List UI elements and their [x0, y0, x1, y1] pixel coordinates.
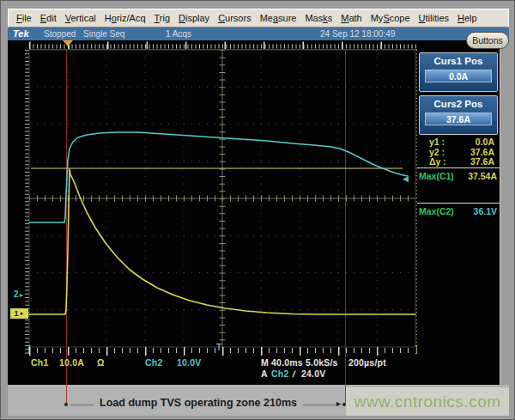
- cursor-readout-row: Δy :37.6A: [422, 156, 494, 166]
- menu-item-file[interactable]: File: [12, 13, 36, 23]
- max-c1-label: Max(C1): [419, 171, 454, 181]
- ruler-left-bracket: [: [27, 344, 32, 354]
- ch2-scale-readout: 10.0V: [177, 357, 201, 368]
- timebase-readout: M 40.0ms 5.0kS/s: [261, 357, 338, 368]
- trigger-position-marker[interactable]: [63, 40, 73, 46]
- right-control-panel: Curs1 Pos 0.0A Curs2 Pos 37.6A y1 :0.0Ay…: [417, 40, 500, 385]
- measurement-max-c1: Max(C1) 37.54A: [419, 171, 498, 181]
- separator: [417, 203, 500, 204]
- datetime-display: 24 Sep 12 18:00:49: [320, 29, 395, 39]
- ch1-coupling-icon: Ω: [97, 357, 105, 368]
- separator: [417, 167, 500, 168]
- menu-bar: FileEditVerticalHoriz/AcqTrigDisplayCurs…: [8, 9, 509, 27]
- ruler-trigger-mark: T: [216, 343, 221, 352]
- menu-item-horiz-acq[interactable]: Horiz/Acq: [100, 13, 150, 23]
- max-c2-label: Max(C2): [419, 206, 454, 216]
- menu-item-measure[interactable]: Measure: [256, 13, 301, 23]
- menu-item-myscope[interactable]: MyScope: [367, 13, 415, 23]
- curs1-pos-title: Curs1 Pos: [420, 56, 497, 66]
- trigger-source-readout: Ch2: [271, 368, 288, 379]
- curs2-pos-value[interactable]: 37.6A: [425, 113, 492, 125]
- ch1-scale-readout: 10.0A: [59, 357, 84, 368]
- trigger-level-arrow[interactable]: ◀: [403, 174, 409, 183]
- watermark-text: www.cntronics.com: [354, 393, 500, 411]
- zone-endpoint-dot: [64, 403, 68, 406]
- resolution-readout: 200µs/pt: [348, 357, 386, 368]
- curs1-pos-value[interactable]: 0.0A: [425, 70, 492, 82]
- zone-start-line-band: [66, 385, 67, 404]
- oscilloscope-window: FileEditVerticalHoriz/AcqTrigDisplayCurs…: [0, 0, 515, 420]
- right-frame-strip: [500, 40, 509, 385]
- trigger-mode-readout: A: [261, 368, 268, 379]
- menu-item-help[interactable]: Help: [453, 13, 482, 23]
- cursor-readout-row: y2 :37.6A: [422, 147, 494, 156]
- menu-item-edit[interactable]: Edit: [36, 13, 61, 23]
- zone-endpoint-dot: [342, 403, 346, 406]
- zone-connector-right: [303, 405, 336, 405]
- menu-item-trig[interactable]: Trig: [150, 13, 175, 23]
- menu-item-display[interactable]: Display: [174, 13, 214, 23]
- tek-logo: Tek: [13, 28, 29, 39]
- buttons-button[interactable]: Buttons: [466, 32, 509, 49]
- ch2-label[interactable]: Ch2: [145, 357, 162, 368]
- menu-item-cursors[interactable]: Cursors: [214, 13, 256, 23]
- watermark-box: www.cntronics.com: [346, 387, 509, 416]
- zone-connector-left: [70, 405, 94, 405]
- zone-end-line-band: [345, 385, 346, 404]
- zone-arrowhead-icon: ►: [335, 399, 342, 408]
- curs2-pos-control[interactable]: Curs2 Pos 37.6A: [419, 95, 498, 135]
- acquisition-count: 1 Acqs: [166, 29, 191, 39]
- ch2-reference-marker[interactable]: 2►: [14, 289, 25, 299]
- zone-annotation-text: Load dump TVS operating zone 210ms: [94, 397, 303, 409]
- curs2-pos-title: Curs2 Pos: [420, 99, 497, 109]
- waveform-display: [25, 39, 423, 358]
- max-c1-value: 37.54A: [468, 171, 497, 181]
- cursor-readout-row: y1 :0.0A: [422, 137, 494, 146]
- menu-item-vertical[interactable]: Vertical: [61, 13, 100, 23]
- menu-item-utilities[interactable]: Utilities: [415, 13, 453, 23]
- menu-item-masks[interactable]: Masks: [300, 13, 336, 23]
- ch1-label[interactable]: Ch1: [31, 357, 48, 368]
- acquisition-state: Stopped: [44, 29, 76, 39]
- menu-item-math[interactable]: Math: [336, 13, 366, 23]
- measurement-max-c2: Max(C2) 36.1V: [419, 206, 498, 216]
- curs1-pos-control[interactable]: Curs1 Pos 0.0A: [419, 52, 498, 92]
- max-c2-value: 36.1V: [474, 206, 497, 216]
- acquisition-mode: Single Seq: [83, 29, 124, 39]
- trigger-level-readout: 24.0V: [301, 368, 325, 379]
- bottom-frame-strip: [8, 416, 509, 420]
- ch1-reference-marker[interactable]: 1►: [10, 308, 28, 319]
